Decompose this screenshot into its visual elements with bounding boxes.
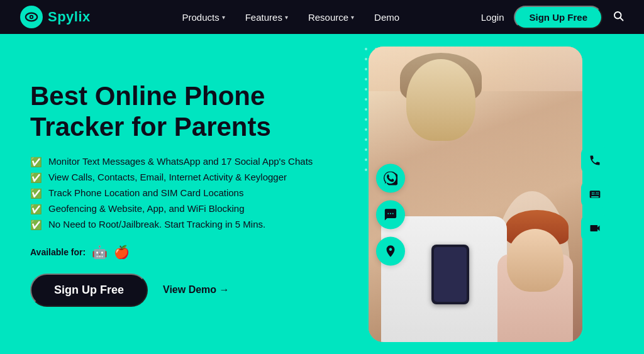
signup-button-nav[interactable]: Sign Up Free — [514, 6, 602, 29]
available-platforms: Available for: 🤖 🍎 — [30, 245, 357, 260]
login-button[interactable]: Login — [481, 12, 504, 23]
logo-text: Spylix — [48, 9, 91, 25]
features-list: ✅ Monitor Text Messages & WhatsApp and 1… — [30, 156, 357, 231]
checkmark-icon: ✅ — [30, 157, 42, 168]
svg-point-2 — [31, 16, 33, 18]
nav-demo[interactable]: Demo — [365, 8, 408, 26]
svg-line-4 — [620, 18, 623, 20]
list-item: ✅ Track Phone Location and SIM Card Loca… — [30, 187, 357, 199]
checkmark-icon: ✅ — [30, 188, 42, 199]
apple-icon: 🍎 — [114, 245, 130, 260]
video-side-icon[interactable] — [581, 214, 609, 242]
chevron-down-icon: ▾ — [351, 14, 354, 21]
nav-features[interactable]: Features ▾ — [236, 8, 297, 26]
android-icon: 🤖 — [92, 245, 108, 260]
chevron-down-icon: ▾ — [222, 14, 225, 21]
hero-image-area — [357, 34, 614, 354]
logo[interactable]: Spylix — [20, 6, 91, 28]
phone-side-icon[interactable] — [581, 147, 609, 174]
navbar: Spylix Products ▾ Features ▾ Resource ▾ … — [0, 0, 644, 34]
logo-icon — [20, 6, 43, 28]
hero-title: Best Online Phone Tracker for Parents — [30, 81, 357, 142]
search-icon[interactable] — [613, 10, 624, 25]
chevron-down-icon: ▾ — [285, 14, 288, 21]
checkmark-icon: ✅ — [30, 172, 42, 184]
hero-section: Best Online Phone Tracker for Parents ✅ … — [0, 34, 644, 354]
photo-head-1 — [406, 59, 475, 141]
photo-head-2 — [507, 229, 564, 292]
available-label: Available for: — [30, 247, 86, 257]
side-icons-right — [581, 147, 609, 242]
floating-icons-left — [376, 163, 405, 265]
phone-prop — [431, 245, 469, 304]
checkmark-icon: ✅ — [30, 204, 42, 215]
list-item: ✅ Monitor Text Messages & WhatsApp and 1… — [30, 156, 357, 168]
list-item: ✅ View Calls, Contacts, Email, Internet … — [30, 172, 357, 184]
nav-resource[interactable]: Resource ▾ — [299, 8, 363, 26]
checkmark-icon: ✅ — [30, 219, 42, 231]
list-item: ✅ Geofencing & Website, App, and WiFi Bl… — [30, 203, 357, 215]
location-float-icon[interactable] — [376, 236, 405, 265]
view-demo-link[interactable]: View Demo → — [163, 284, 230, 296]
nav-actions: Login Sign Up Free — [481, 6, 624, 29]
nav-links: Products ▾ Features ▾ Resource ▾ Demo — [121, 8, 461, 26]
cta-row: Sign Up Free View Demo → — [30, 274, 357, 307]
keyboard-side-icon[interactable] — [581, 180, 609, 208]
message-float-icon[interactable] — [376, 200, 405, 229]
hero-content: Best Online Phone Tracker for Parents ✅ … — [30, 81, 357, 307]
whatsapp-float-icon[interactable] — [376, 163, 405, 192]
signup-cta-button[interactable]: Sign Up Free — [30, 274, 148, 307]
nav-products[interactable]: Products ▾ — [173, 8, 233, 26]
list-item: ✅ No Need to Root/Jailbreak. Start Track… — [30, 219, 357, 231]
